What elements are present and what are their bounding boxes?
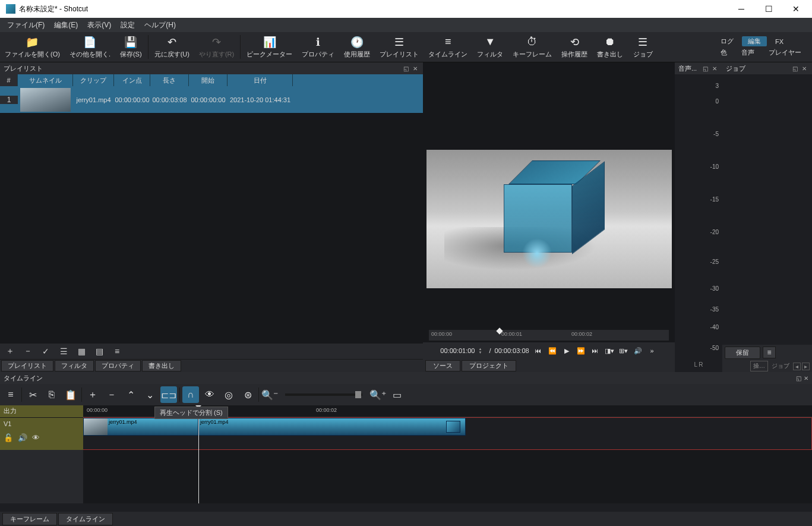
subtab-playlist[interactable]: プレイリスト [1, 360, 53, 371]
zoom-handle[interactable] [355, 391, 361, 398]
save-button[interactable]: 💾保存(S) [115, 33, 147, 61]
open-file-button[interactable]: 📁ファイルを開く(O) [0, 33, 65, 61]
recent-button[interactable]: 🕐使用履歴 [339, 33, 375, 61]
properties-button[interactable]: ℹプロパティ [297, 33, 339, 61]
rewind-button[interactable]: ⏪ [547, 345, 558, 356]
keyframes-button[interactable]: ⏱キーフレーム [508, 33, 557, 61]
track-v1[interactable]: V1 🔓 🔊 👁 [0, 417, 83, 450]
jobs-label[interactable]: ジョブ [772, 362, 789, 370]
zoom-fit-button[interactable]: ▭ [388, 386, 405, 403]
close-panel-icon[interactable]: ✕ [800, 64, 808, 73]
tab-timeline[interactable]: タイムライン [58, 513, 113, 525]
timeline-clip[interactable]: jerry01.mp4 [198, 418, 466, 436]
undo-button[interactable]: ↶元に戻す(U) [150, 33, 194, 61]
subtab-props[interactable]: プロパティ [95, 360, 141, 371]
overwrite-button[interactable]: ⌄ [141, 386, 158, 403]
snap-button[interactable]: ∩ [182, 386, 199, 403]
preview-canvas[interactable] [423, 62, 675, 328]
subtab-filters[interactable]: フィルタ [55, 360, 94, 371]
remove-button[interactable]: － [103, 386, 120, 403]
timecode-spinner[interactable]: ▲▼ [478, 347, 485, 354]
col-date[interactable]: 日付 [228, 74, 293, 86]
undock-icon[interactable]: ◱ [796, 375, 801, 382]
close-panel-icon[interactable]: ✕ [710, 64, 719, 73]
remove-button[interactable]: － [20, 345, 36, 358]
cut-button[interactable]: ✂ [24, 386, 41, 403]
tab-player[interactable]: プレイヤー [763, 48, 807, 58]
arrow-left-icon[interactable]: ◂ [793, 363, 801, 370]
tab-fx[interactable]: FX [769, 37, 789, 46]
subtab-export[interactable]: 書き出し [142, 360, 181, 371]
master-track[interactable]: 出力 [0, 405, 83, 417]
tab-color[interactable]: 色 [715, 48, 733, 58]
tab-audio[interactable]: 音声 [735, 48, 760, 58]
paste-button[interactable]: 📋 [62, 386, 79, 403]
tab-edit[interactable]: 編集 [742, 36, 767, 46]
menu-button[interactable]: ≡ [2, 386, 19, 403]
append-button[interactable]: ＋ [84, 386, 101, 403]
timeline-tracks[interactable]: 00:00:00 00:00:02 jerry01.mp4 jerry01.mp… [83, 405, 812, 503]
close-button[interactable]: ✕ [782, 0, 810, 18]
playlist-row[interactable]: 1 jerry01.mp4 00:00:00:00 00:00:03:08 00… [0, 86, 423, 113]
ripple-button[interactable]: ◎ [220, 386, 237, 403]
playhead[interactable] [198, 405, 199, 503]
copy-button[interactable]: ⎘ [43, 386, 60, 403]
maximize-button[interactable]: ☐ [755, 0, 782, 18]
grid-view-button[interactable]: ▦ [74, 345, 89, 358]
col-thumb[interactable]: サムネイル [18, 74, 73, 86]
playlist-button[interactable]: ☰プレイリスト [375, 33, 424, 61]
skip-next-button[interactable]: ⏭ [590, 345, 601, 356]
filters-button[interactable]: ▼フィルタ [472, 33, 508, 61]
detail-view-button[interactable]: ▤ [91, 345, 107, 358]
col-start[interactable]: 開始 [189, 74, 228, 86]
col-in[interactable]: イン点 [114, 74, 150, 86]
split-button[interactable]: ⊏⊐ [160, 386, 177, 403]
timeline-button[interactable]: ≡タイムライン [424, 33, 472, 61]
volume-button[interactable]: 🔊 [633, 345, 643, 356]
arrow-right-icon[interactable]: ▸ [802, 363, 810, 370]
more-button[interactable]: » [647, 345, 658, 356]
zoom-out-button[interactable]: 🔍⁻ [261, 386, 278, 403]
zoom-in-button[interactable]: 🔍⁺ [369, 386, 386, 403]
play-button[interactable]: ▶ [561, 345, 572, 356]
hide-icon[interactable]: 👁 [32, 433, 40, 442]
mute-icon[interactable]: 🔊 [18, 433, 27, 442]
open-other-button[interactable]: 📄その他を開く. [65, 33, 115, 61]
tab-project[interactable]: プロジェクト [462, 360, 516, 371]
menu-settings[interactable]: 設定 [116, 19, 140, 32]
lift-button[interactable]: ⌃ [122, 386, 139, 403]
close-panel-icon[interactable]: ✕ [411, 64, 419, 73]
list-view-button[interactable]: ☰ [56, 345, 71, 358]
undock-icon[interactable]: ◱ [701, 64, 709, 73]
preview-scrub[interactable]: 00:00:00 00:00:01 00:00:02 [423, 328, 675, 342]
check-button[interactable]: ✓ [38, 345, 53, 358]
tab-keyframes[interactable]: キーフレーム [2, 513, 57, 525]
fast-fwd-button[interactable]: ⏩ [576, 345, 586, 356]
menu-edit[interactable]: 編集(E) [49, 19, 83, 32]
undock-icon[interactable]: ◱ [791, 64, 799, 73]
timecode-in[interactable]: 00:00:01:00 [440, 347, 475, 354]
menu-file[interactable]: ファイル(F) [2, 19, 49, 32]
tab-source[interactable]: ソース [425, 360, 460, 371]
col-len[interactable]: 長さ [150, 74, 189, 86]
peak-meter-button[interactable]: 📊ピークメーター [242, 33, 297, 61]
add-button[interactable]: ＋ [2, 345, 18, 358]
grid-button[interactable]: ⊞▾ [618, 345, 629, 356]
close-panel-icon[interactable]: ✕ [804, 375, 808, 382]
col-num[interactable]: # [0, 74, 18, 86]
history-button[interactable]: ⟲操作履歴 [557, 33, 592, 61]
scrub-bar[interactable]: 00:00:00 00:00:01 00:00:02 [429, 330, 669, 341]
minimize-button[interactable]: ─ [728, 0, 755, 18]
timeline-clip[interactable]: jerry01.mp4 [83, 418, 198, 436]
zoom-slider[interactable] [285, 393, 362, 396]
tab-log[interactable]: ログ [715, 36, 740, 46]
jobs-button[interactable]: ☰ジョブ [628, 33, 658, 61]
jobs-ops[interactable]: 操… [750, 361, 768, 371]
zoom-button[interactable]: ◨▾ [604, 345, 615, 356]
jobs-hold-button[interactable]: 保留 [725, 347, 760, 359]
menu-view[interactable]: 表示(V) [83, 19, 116, 32]
undock-icon[interactable]: ◱ [402, 64, 410, 73]
jobs-menu-button[interactable]: ≡ [763, 347, 776, 358]
menu-help[interactable]: ヘルプ(H) [140, 19, 181, 32]
menu-button[interactable]: ≡ [109, 345, 125, 358]
